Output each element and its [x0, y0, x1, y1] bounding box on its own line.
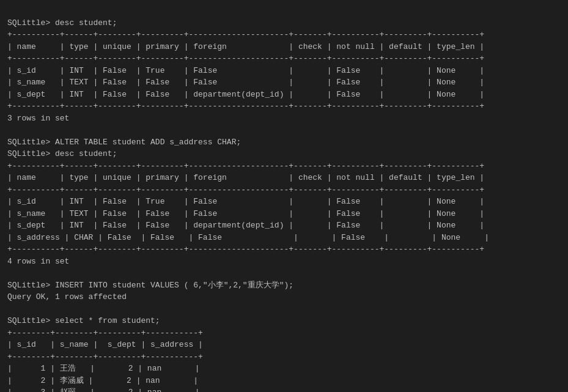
line-5: | s_id | INT | False | True | False | | …: [7, 66, 484, 75]
line-1: SQLittle> desc student;: [7, 18, 117, 28]
line-2: +----------+------+--------+---------+--…: [7, 30, 484, 39]
line-8: +----------+------+--------+---------+--…: [7, 102, 484, 111]
line-4: +----------+------+--------+---------+--…: [7, 54, 484, 63]
line-14: +----------+------+--------+---------+--…: [7, 185, 484, 194]
line-24: +--------+--------+---------+-----------…: [7, 328, 203, 338]
line-11: SQLittle> desc student;: [7, 149, 117, 158]
line-21: SQLittle> INSERT INTO student VALUES ( 6…: [7, 281, 293, 290]
line-26: +--------+--------+---------+-----------…: [7, 352, 203, 361]
line-20: 4 rows in set: [7, 257, 69, 266]
line-25: | s_id | s_name | s_dept | s_address |: [7, 340, 203, 349]
line-18: | s_address | CHAR | False | False | Fal…: [7, 233, 489, 242]
line-16: | s_name | TEXT | False | False | False …: [7, 209, 484, 218]
line-23: SQLittle> select * from student;: [7, 316, 160, 325]
terminal-output: SQLittle> desc student; +----------+----…: [7, 5, 561, 392]
line-9: 3 rows in set: [7, 114, 69, 123]
line-7: | s_dept | INT | False | False | departm…: [7, 90, 484, 99]
line-19: +----------+------+--------+---------+--…: [7, 245, 484, 254]
line-27: | 1 | 王浩 | 2 | nan |: [7, 364, 200, 373]
line-15: | s_id | INT | False | True | False | | …: [7, 197, 484, 206]
line-22: Query OK, 1 rows affected: [7, 292, 127, 301]
line-6: | s_name | TEXT | False | False | False …: [7, 78, 484, 87]
line-28: | 2 | 李涵威 | 2 | nan |: [7, 376, 198, 385]
line-3: | name | type | unique | primary | forei…: [7, 42, 484, 51]
line-17: | s_dept | INT | False | False | departm…: [7, 221, 484, 230]
line-10: SQLittle> ALTER TABLE student ADD s_addr…: [7, 138, 241, 147]
line-13: | name | type | unique | primary | forei…: [7, 173, 484, 182]
line-29: | 3 | 赵琛 | 2 | nan |: [7, 388, 200, 392]
line-12: +----------+------+--------+---------+--…: [7, 161, 484, 171]
